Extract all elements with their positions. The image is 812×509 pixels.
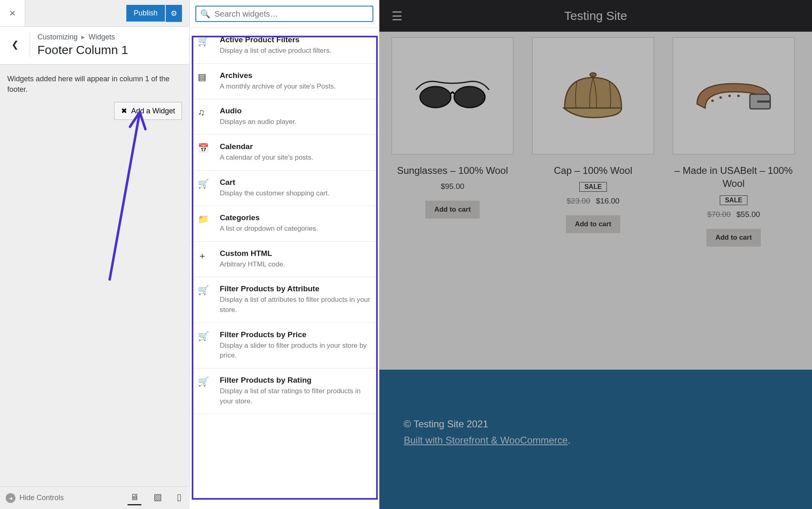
widget-item-title: Categories (220, 213, 371, 222)
widget-flyout: 🔍 🛒Active Product FiltersDisplay a list … (190, 0, 379, 509)
publish-button[interactable]: Publish (126, 5, 165, 22)
gear-icon: ⚙ (171, 9, 177, 17)
search-icon: 🔍 (200, 9, 210, 19)
widget-list: 🛒Active Product FiltersDisplay a list of… (190, 28, 379, 414)
cart-icon: 🛒 (198, 178, 214, 199)
preview-overlay (379, 0, 812, 509)
customizer-nav: ❮ Customizing ▸ Widgets Footer Column 1 (0, 27, 189, 65)
back-button[interactable]: ❮ (0, 32, 30, 57)
device-desktop-button[interactable]: 🖥 (128, 490, 141, 505)
caret-left-icon: ◂ (6, 493, 15, 503)
widget-item[interactable]: 🛒Filter Products by AttributeDisplay a l… (190, 277, 379, 323)
widget-item-desc: A list or dropdown of categories. (220, 224, 371, 234)
widget-item-desc: A monthly archive of your site's Posts. (220, 82, 371, 92)
widget-item-desc: Arbitrary HTML code. (220, 260, 371, 270)
breadcrumb-sep: ▸ (81, 33, 85, 41)
annotation-arrow (106, 105, 150, 284)
widget-item[interactable]: 🛒CartDisplay the customer shopping cart. (190, 171, 379, 206)
widget-item-title: Archives (220, 71, 371, 80)
widget-search[interactable]: 🔍 (195, 6, 373, 22)
widget-item-desc: Displays an audio player. (220, 117, 371, 127)
add-widget-label: Add a Widget (131, 107, 175, 115)
widget-item-desc: Display a list of star ratings to filter… (220, 386, 371, 406)
device-tablet-button[interactable]: ▧ (151, 490, 165, 505)
widget-item[interactable]: 🛒Active Product FiltersDisplay a list of… (190, 28, 379, 64)
publish-label: Publish (134, 9, 158, 17)
widget-item[interactable]: ▤ArchivesA monthly archive of your site'… (190, 64, 379, 100)
mobile-icon: ▯ (177, 492, 182, 502)
hide-controls-label: Hide Controls (19, 494, 64, 502)
widget-item-desc: Display a list of attributes to filter p… (220, 295, 371, 315)
widget-item-title: Filter Products by Price (220, 330, 371, 339)
tablet-icon: ▧ (154, 492, 162, 502)
widget-search-input[interactable] (214, 9, 368, 19)
customizer-footer: ◂ Hide Controls 🖥 ▧ ▯ (0, 486, 190, 509)
preview-pane: ☰ Testing Site Sunglasses – 100% Wool$95… (379, 0, 812, 509)
widget-item[interactable]: ♫AudioDisplays an audio player. (190, 99, 379, 135)
widget-item-title: Filter Products by Attribute (220, 284, 371, 293)
widget-item[interactable]: 🛒Filter Products by RatingDisplay a list… (190, 368, 379, 414)
music-icon: ♫ (198, 106, 214, 127)
widget-item-title: Custom HTML (220, 249, 371, 258)
desktop-icon: 🖥 (130, 492, 139, 502)
widget-item[interactable]: 🛒Filter Products by PriceDisplay a slide… (190, 323, 379, 368)
publish-settings-button[interactable]: ⚙ (166, 5, 182, 22)
customizer-topbar: × Publish ⚙ (0, 0, 189, 27)
widget-item-title: Cart (220, 178, 371, 187)
hide-controls-button[interactable]: ◂ Hide Controls (6, 493, 64, 503)
close-icon: ✖ (121, 106, 127, 115)
plus-icon: ＋ (198, 249, 214, 270)
widget-item-title: Filter Products by Rating (220, 376, 371, 385)
widget-item-title: Active Product Filters (220, 35, 371, 44)
widget-item-title: Audio (220, 106, 371, 115)
widget-item[interactable]: ＋Custom HTMLArbitrary HTML code. (190, 242, 379, 277)
device-mobile-button[interactable]: ▯ (174, 490, 184, 505)
widget-item-title: Calendar (220, 142, 371, 151)
widget-item[interactable]: 📁CategoriesA list or dropdown of categor… (190, 206, 379, 242)
widget-item-desc: Display a list of active product filters… (220, 46, 371, 56)
breadcrumb-root: Customizing (37, 33, 78, 41)
widget-item-desc: Display the customer shopping cart. (220, 188, 371, 199)
cart-icon: 🛒 (198, 330, 214, 361)
calendar-icon: 📅 (198, 142, 214, 163)
widget-item-desc: Display a slider to filter products in y… (220, 341, 371, 361)
chevron-left-icon: ❮ (11, 39, 19, 50)
archive-icon: ▤ (198, 71, 214, 92)
close-button[interactable]: × (0, 0, 25, 26)
customizer-panel: × Publish ⚙ ❮ Customizing ▸ Widgets Foot… (0, 0, 190, 509)
folder-icon: 📁 (198, 213, 214, 234)
widget-item-desc: A calendar of your site's posts. (220, 153, 371, 163)
panel-description: Widgets added here will appear in column… (0, 65, 189, 102)
widget-item[interactable]: 📅CalendarA calendar of your site's posts… (190, 135, 379, 171)
breadcrumb-section: Widgets (89, 33, 115, 41)
cart-icon: 🛒 (198, 376, 214, 406)
cart-icon: 🛒 (198, 35, 214, 56)
cart-icon: 🛒 (198, 284, 214, 315)
add-widget-button[interactable]: ✖ Add a Widget (114, 102, 182, 120)
breadcrumb: Customizing ▸ Widgets (30, 32, 128, 41)
panel-title: Footer Column 1 (30, 43, 128, 57)
